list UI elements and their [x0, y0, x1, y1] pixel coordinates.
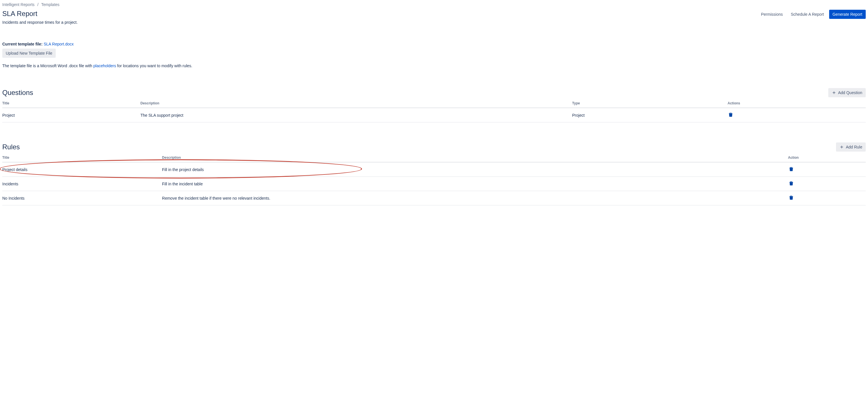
questions-header-actions: Actions: [727, 99, 866, 108]
table-row[interactable]: ProjectThe SLA support projectProject: [2, 108, 866, 122]
table-row[interactable]: No IncidentsRemove the incident table if…: [2, 191, 866, 205]
plus-icon: [832, 90, 836, 95]
rules-section: Rules Add Rule Title Description Action …: [2, 142, 866, 205]
table-row[interactable]: IncidentsFill in the incident table: [2, 177, 866, 191]
trash-icon: [788, 166, 794, 172]
questions-header-title: Title: [2, 99, 141, 108]
delete-rule-button[interactable]: [788, 166, 794, 173]
template-help-text: The template file is a Microsoft Word .d…: [2, 63, 866, 68]
rules-header-description: Description: [162, 153, 788, 162]
delete-rule-button[interactable]: [788, 180, 794, 187]
table-row[interactable]: Project detailsFill in the project detai…: [2, 162, 866, 177]
rules-title: Rules: [2, 143, 20, 151]
rules-header-title: Title: [2, 153, 162, 162]
rule-title: Incidents: [2, 177, 162, 191]
breadcrumb-separator: /: [37, 2, 38, 7]
rule-title: No Incidents: [2, 191, 162, 205]
rule-description: Fill in the project details: [162, 162, 788, 177]
header-actions: Permissions Schedule A Report Generate R…: [758, 10, 866, 19]
questions-header-type: Type: [572, 99, 728, 108]
template-file-link[interactable]: SLA Report.docx: [44, 42, 74, 46]
breadcrumb-current[interactable]: Templates: [41, 2, 59, 7]
upload-template-button[interactable]: Upload New Template File: [2, 49, 56, 58]
rules-table: Title Description Action Project details…: [2, 153, 866, 205]
help-suffix: for locations you want to modify with ru…: [116, 63, 192, 68]
schedule-report-button[interactable]: Schedule A Report: [788, 10, 827, 19]
question-description: The SLA support project: [141, 108, 572, 122]
rule-description: Fill in the incident table: [162, 177, 788, 191]
question-title: Project: [2, 108, 141, 122]
delete-rule-button[interactable]: [788, 195, 794, 202]
add-question-label: Add Question: [838, 90, 862, 95]
page-title: SLA Report: [2, 10, 37, 18]
page-subtitle: Incidents and response times for a proje…: [2, 20, 866, 25]
plus-icon: [839, 145, 844, 149]
rule-title: Project details: [2, 162, 162, 177]
permissions-button[interactable]: Permissions: [758, 10, 785, 19]
questions-title: Questions: [2, 89, 33, 97]
template-file-label: Current template file:: [2, 42, 42, 46]
template-file-line: Current template file: SLA Report.docx: [2, 42, 866, 46]
questions-table: Title Description Type Actions ProjectTh…: [2, 99, 866, 122]
questions-header-description: Description: [141, 99, 572, 108]
add-question-button[interactable]: Add Question: [828, 88, 866, 97]
trash-icon: [788, 181, 794, 187]
generate-report-button[interactable]: Generate Report: [829, 10, 866, 19]
question-type: Project: [572, 108, 728, 122]
delete-question-button[interactable]: [727, 112, 734, 119]
rule-description: Remove the incident table if there were …: [162, 191, 788, 205]
breadcrumb-root[interactable]: Intelligent Reports: [2, 2, 35, 7]
questions-section: Questions Add Question Title Description…: [2, 88, 866, 122]
trash-icon: [728, 112, 733, 118]
add-rule-button[interactable]: Add Rule: [836, 142, 866, 151]
rules-header-action: Action: [788, 153, 866, 162]
placeholders-link[interactable]: placeholders: [93, 63, 116, 68]
help-prefix: The template file is a Microsoft Word .d…: [2, 63, 93, 68]
trash-icon: [788, 195, 794, 201]
add-rule-label: Add Rule: [846, 145, 862, 149]
breadcrumb: Intelligent Reports / Templates: [2, 2, 866, 7]
